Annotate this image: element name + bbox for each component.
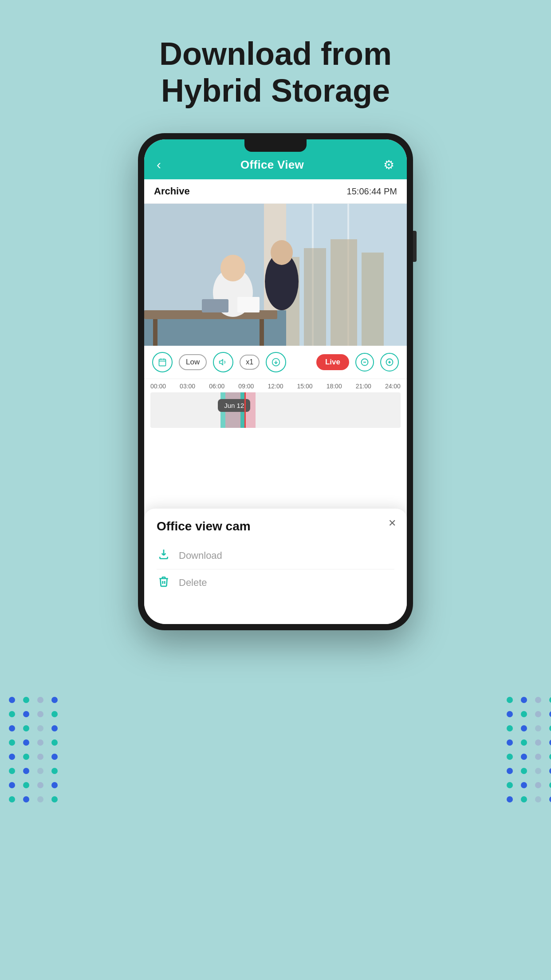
svg-rect-8 bbox=[362, 253, 384, 346]
dot bbox=[521, 725, 527, 731]
svg-point-16 bbox=[271, 240, 293, 265]
dot bbox=[521, 711, 527, 717]
dot bbox=[549, 754, 551, 760]
svg-rect-11 bbox=[153, 319, 157, 346]
phone-notch bbox=[244, 139, 307, 152]
close-button[interactable]: ✕ bbox=[388, 518, 396, 529]
controls-bar: Low x1 bbox=[144, 346, 407, 379]
dot bbox=[9, 697, 15, 703]
settings-button[interactable]: ⚙ bbox=[383, 158, 394, 172]
dot bbox=[37, 725, 43, 731]
download-button[interactable] bbox=[266, 352, 286, 372]
timeline-label-3: 09:00 bbox=[238, 383, 254, 390]
quality-button[interactable]: Low bbox=[179, 354, 207, 370]
back-button[interactable]: ‹ bbox=[157, 157, 161, 172]
dot bbox=[9, 739, 15, 746]
dot bbox=[521, 697, 527, 703]
dot bbox=[23, 725, 29, 731]
dot bbox=[549, 782, 551, 788]
dot bbox=[507, 768, 513, 774]
dot bbox=[37, 697, 43, 703]
decorative-dots-left bbox=[0, 688, 53, 910]
svg-rect-7 bbox=[331, 239, 357, 346]
dot bbox=[37, 754, 43, 760]
timeline-label-7: 21:00 bbox=[356, 383, 371, 390]
page-title: Download from Hybrid Storage bbox=[0, 36, 551, 109]
download-label: Download bbox=[179, 550, 222, 561]
sheet-item-download[interactable]: Download bbox=[157, 542, 394, 569]
dot bbox=[535, 796, 541, 802]
dot bbox=[51, 768, 58, 774]
dot bbox=[535, 739, 541, 746]
archive-label: Archive bbox=[154, 186, 190, 197]
dot bbox=[507, 754, 513, 760]
dot bbox=[37, 796, 43, 802]
dot bbox=[549, 711, 551, 717]
dot bbox=[23, 754, 29, 760]
dot bbox=[521, 768, 527, 774]
plus-icon bbox=[386, 358, 394, 366]
dot bbox=[549, 768, 551, 774]
dot bbox=[507, 739, 513, 746]
dot bbox=[521, 739, 527, 746]
dot bbox=[507, 725, 513, 731]
dot bbox=[549, 796, 551, 802]
sheet-item-delete[interactable]: Delete bbox=[157, 569, 394, 596]
dot bbox=[23, 697, 29, 703]
dot bbox=[507, 697, 513, 703]
timeline-label-1: 03:00 bbox=[180, 383, 195, 390]
dot bbox=[51, 711, 58, 717]
phone-frame: ‹ Office View ⚙ Archive 15:06:44 PM bbox=[138, 133, 413, 630]
dot bbox=[23, 768, 29, 774]
svg-marker-23 bbox=[220, 360, 223, 365]
timeline-label-0: 00:00 bbox=[150, 383, 166, 390]
dot bbox=[521, 782, 527, 788]
timeline-label-8: 24:00 bbox=[385, 383, 401, 390]
dot bbox=[9, 725, 15, 731]
download-icon bbox=[157, 549, 171, 563]
phone-screen: ‹ Office View ⚙ Archive 15:06:44 PM bbox=[144, 139, 407, 624]
zoom-in-button[interactable] bbox=[380, 353, 399, 371]
dot bbox=[535, 768, 541, 774]
dot bbox=[51, 697, 58, 703]
dot bbox=[535, 754, 541, 760]
dot bbox=[51, 782, 58, 788]
page-title-line2: Hybrid Storage bbox=[161, 73, 390, 108]
svg-rect-12 bbox=[260, 319, 264, 346]
dot bbox=[23, 796, 29, 802]
calendar-button[interactable] bbox=[152, 352, 173, 372]
dot bbox=[51, 796, 58, 802]
dot bbox=[51, 754, 58, 760]
timeline-labels: 00:00 03:00 06:00 09:00 12:00 15:00 18:0… bbox=[150, 383, 401, 390]
dot bbox=[9, 796, 15, 802]
calendar-icon bbox=[158, 358, 167, 367]
speed-button[interactable]: x1 bbox=[240, 355, 260, 370]
bottom-sheet: ✕ Office view cam Download bbox=[144, 509, 407, 624]
dot bbox=[37, 739, 43, 746]
timeline-label-2: 06:00 bbox=[209, 383, 224, 390]
dot bbox=[23, 711, 29, 717]
dot bbox=[507, 711, 513, 717]
dot bbox=[23, 739, 29, 746]
zoom-out-button[interactable] bbox=[355, 353, 374, 371]
download-icon bbox=[272, 358, 280, 367]
dot bbox=[535, 725, 541, 731]
page-title-line1: Download from bbox=[159, 36, 392, 71]
phone-power-button bbox=[413, 231, 417, 262]
minus-icon bbox=[361, 358, 369, 366]
dot bbox=[37, 711, 43, 717]
timeline-label-4: 12:00 bbox=[268, 383, 283, 390]
timeline-track[interactable]: Jun 12 bbox=[150, 392, 401, 428]
delete-label: Delete bbox=[179, 577, 207, 589]
live-button[interactable]: Live bbox=[316, 354, 349, 370]
dot bbox=[521, 754, 527, 760]
dot bbox=[535, 697, 541, 703]
dot bbox=[51, 725, 58, 731]
volume-button[interactable] bbox=[213, 352, 233, 372]
svg-rect-19 bbox=[159, 359, 166, 366]
dot bbox=[9, 754, 15, 760]
dot bbox=[37, 782, 43, 788]
svg-rect-18 bbox=[237, 297, 260, 312]
dot bbox=[23, 782, 29, 788]
timeline-container[interactable]: 00:00 03:00 06:00 09:00 12:00 15:00 18:0… bbox=[144, 379, 407, 428]
